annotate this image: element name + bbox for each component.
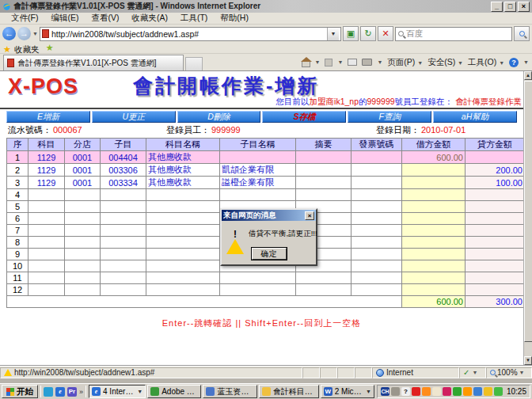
protected-mode-segment[interactable]: ✓▼ (459, 367, 486, 378)
cell-credit[interactable] (466, 260, 525, 272)
tools-menu-button[interactable]: 工具(O) ▼ (468, 57, 504, 68)
cell-branch[interactable] (65, 284, 101, 296)
ball-orange-icon[interactable] (463, 387, 472, 396)
cell-sub[interactable] (101, 225, 146, 237)
cell-subject_name[interactable]: 其他應收款 (146, 164, 220, 177)
search-go-button[interactable] (514, 26, 530, 41)
cell-debit[interactable] (402, 249, 466, 260)
function-button-S存檔[interactable]: S存檔 (262, 111, 346, 123)
cell-debit[interactable] (402, 189, 466, 201)
cell-debit[interactable] (402, 177, 466, 189)
recent-pages-dropdown-icon[interactable]: ▼ (32, 31, 38, 36)
read-mail-icon[interactable] (348, 59, 357, 66)
cell-sub[interactable] (101, 201, 146, 213)
add-favorites-icon[interactable]: ★ (46, 44, 54, 52)
cell-summary[interactable] (296, 177, 352, 189)
cell-seq[interactable]: 3 (7, 177, 28, 189)
cell-subject_name[interactable] (146, 225, 220, 237)
zoom-control[interactable]: 100% ▼ (486, 367, 532, 378)
quick-launch-ie-icon[interactable]: e (55, 387, 65, 397)
minimize-button[interactable]: _ (491, 2, 503, 12)
cell-seq[interactable]: 2 (7, 164, 28, 177)
task-button-0[interactable]: e4 Interne...▼ (89, 385, 146, 398)
help-tray-icon[interactable]: ? (401, 387, 410, 396)
cell-branch[interactable] (65, 201, 101, 213)
cell-subject_name[interactable] (146, 249, 220, 260)
back-button[interactable]: ← (2, 27, 16, 40)
print-dropdown-icon[interactable]: ▼ (377, 59, 382, 65)
favorites-button[interactable]: ★ 收藏夹 (3, 41, 40, 55)
dialog-ok-button[interactable]: 确定 (252, 248, 287, 260)
cell-sub_name[interactable]: 謚橙企業有限 (220, 177, 296, 189)
ball-blue-icon[interactable] (473, 387, 482, 396)
cell-subject_name[interactable] (146, 189, 220, 201)
quick-launch-app-icon[interactable]: Pr (67, 387, 77, 397)
function-button-aH幫助[interactable]: aH幫助 (433, 111, 517, 123)
zoom-level[interactable]: 100% (497, 368, 518, 377)
cell-subject[interactable] (28, 213, 65, 225)
cell-branch[interactable] (65, 213, 101, 225)
task-button-4[interactable]: W2 Microso...▼ (321, 385, 374, 398)
menu-item-4[interactable]: 工具(T) (174, 13, 214, 24)
task-button-3[interactable]: 會計科目資料 (259, 385, 319, 398)
cell-debit[interactable] (402, 201, 466, 213)
cell-subject_name[interactable]: 其他應收款 (146, 177, 220, 189)
cell-sub_name[interactable] (220, 151, 296, 164)
cell-branch[interactable] (65, 225, 101, 237)
printer-icon[interactable] (391, 387, 400, 396)
cell-sub[interactable]: 003306 (101, 164, 146, 177)
cell-seq[interactable]: 4 (7, 189, 28, 201)
language-indicator[interactable]: CH (381, 387, 390, 396)
quick-launch-overflow-icon[interactable]: » (79, 388, 83, 396)
cell-sub[interactable] (101, 272, 146, 284)
cell-invoice[interactable] (352, 225, 402, 237)
qq-icon[interactable] (412, 387, 420, 396)
page-menu-button[interactable]: 页面(P) ▼ (387, 57, 423, 68)
cell-branch[interactable] (65, 249, 101, 260)
field-value[interactable]: 2010-07-01 (421, 125, 466, 135)
shield-yellow-icon[interactable] (484, 387, 492, 396)
cell-sub_name[interactable] (220, 272, 296, 284)
cell-credit[interactable] (466, 237, 525, 249)
cell-seq[interactable]: 7 (7, 225, 28, 237)
cell-subject[interactable]: 1129 (28, 164, 65, 177)
cell-summary[interactable] (296, 164, 352, 177)
cell-subject[interactable] (28, 249, 65, 260)
address-url[interactable]: http://win2008/tw/subject/addnew1.asp# (51, 29, 325, 39)
function-button-F查詢[interactable]: F查詢 (348, 111, 431, 123)
cell-branch[interactable]: 0001 (65, 164, 101, 177)
notes-icon[interactable] (432, 387, 441, 396)
cell-invoice[interactable] (352, 177, 402, 189)
cell-debit[interactable] (402, 213, 466, 225)
task-button-2[interactable]: 蓝玉资讯研... (203, 385, 256, 398)
refresh-button[interactable]: ↻ (360, 26, 376, 41)
cell-sub_name[interactable] (220, 284, 296, 296)
cell-summary[interactable] (296, 151, 352, 164)
cell-sub[interactable] (101, 260, 146, 272)
menu-item-0[interactable]: 文件(F) (5, 13, 44, 24)
function-button-U更正[interactable]: U更正 (92, 111, 176, 123)
cell-credit[interactable]: 100.00 (466, 177, 525, 189)
cell-sub[interactable] (101, 213, 146, 225)
cell-branch[interactable]: 0001 (65, 177, 101, 189)
cell-subject_name[interactable] (146, 272, 220, 284)
task-button-1[interactable]: Adobe Drea... (147, 385, 201, 398)
cell-credit[interactable] (466, 249, 525, 260)
cell-sub[interactable] (101, 189, 146, 201)
cell-invoice[interactable] (352, 260, 402, 272)
cell-invoice[interactable] (352, 213, 402, 225)
new-tab-stub[interactable] (185, 57, 203, 70)
cell-seq[interactable]: 11 (7, 272, 28, 284)
page-error-icon[interactable] (4, 369, 12, 376)
cell-invoice[interactable] (352, 237, 402, 249)
cell-subject_name[interactable] (146, 260, 220, 272)
cell-branch[interactable] (65, 189, 101, 201)
cell-subject[interactable] (28, 284, 65, 296)
cell-debit[interactable] (402, 164, 466, 177)
cell-sub[interactable] (101, 284, 146, 296)
menu-item-3[interactable]: 收藏夹(A) (125, 13, 174, 24)
cell-invoice[interactable] (352, 189, 402, 201)
cell-credit[interactable] (466, 272, 525, 284)
cell-subject_name[interactable] (146, 201, 220, 213)
cell-invoice[interactable] (352, 249, 402, 260)
